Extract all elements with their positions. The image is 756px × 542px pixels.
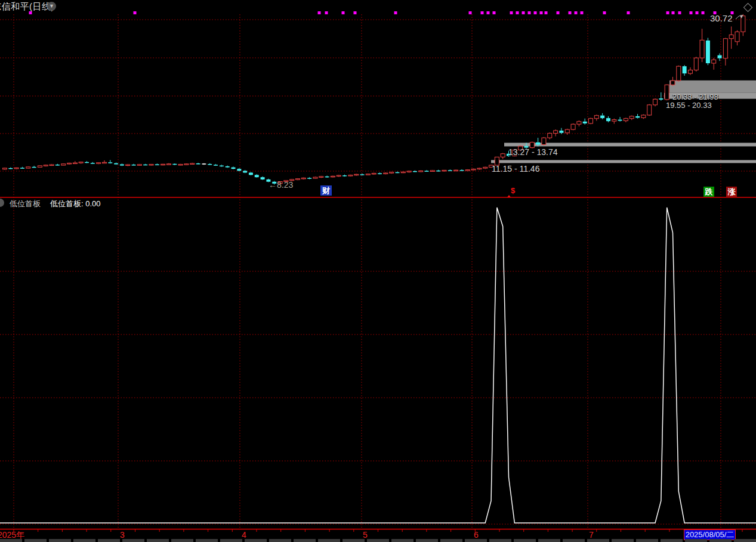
axis-label: 5 (363, 530, 368, 540)
scrollbar-segment[interactable] (538, 539, 560, 542)
scrollbar-segment[interactable] (587, 539, 609, 542)
scrollbar-segment[interactable] (342, 539, 365, 542)
scrollbar-segment[interactable] (98, 539, 120, 542)
rise-badge[interactable]: 涨 (726, 187, 737, 197)
candlestick-chart[interactable] (0, 0, 756, 542)
indicator-name: 低位首板 (10, 199, 41, 209)
scrollbar-segment[interactable] (24, 539, 47, 542)
lowest-price-label: ←8.23 (269, 180, 293, 190)
scrollbar-segment[interactable] (685, 539, 707, 542)
scrollbar-segment[interactable] (489, 539, 511, 542)
scrollbar-segment[interactable] (612, 539, 634, 542)
scrollbar-segment[interactable] (294, 539, 316, 542)
scrollbar-segment[interactable] (122, 539, 144, 542)
axis-label: 4 (242, 530, 246, 540)
scrollbar-segment[interactable] (661, 539, 683, 542)
scrollbar-segment[interactable] (734, 539, 756, 542)
gridlines (0, 14, 756, 528)
scrollbar-segment[interactable] (416, 539, 438, 542)
trading-app-window: 东信和平(日线) ▼ 20.33 - 21.98 19.55 - 20.33 1… (0, 0, 756, 542)
indicator-line (0, 207, 756, 523)
scrollbar-segment[interactable] (709, 539, 732, 542)
candles (3, 14, 745, 185)
chip-band-label: 19.55 - 20.33 (666, 101, 712, 110)
signal-dots (29, 11, 734, 14)
scrollbar-segment[interactable] (514, 539, 536, 542)
scrollbar-segment[interactable] (73, 539, 95, 542)
fall-badge[interactable]: 跌 (703, 187, 714, 197)
finance-news-badge[interactable]: 财 (320, 185, 332, 196)
dividend-marker[interactable]: $ (507, 186, 515, 195)
scrollbar-segment[interactable] (636, 539, 658, 542)
scrollbar-segment[interactable] (220, 539, 242, 542)
scrollbar-segment[interactable] (391, 539, 414, 542)
axis-label: 3 (120, 530, 125, 540)
scrollbar-segment[interactable] (318, 539, 340, 542)
scrollbar-segment[interactable] (269, 539, 291, 542)
stock-title: 东信和平(日线) (0, 1, 54, 13)
scrollbar-segment[interactable] (171, 539, 193, 542)
scrollbar-segment[interactable] (245, 539, 267, 542)
chevron-down-icon[interactable]: ▼ (47, 2, 56, 11)
axis-label: 7 (589, 530, 594, 540)
highest-price-label: 30.72 (710, 13, 733, 23)
scrollbar-segment[interactable] (367, 539, 389, 542)
bottom-scrollbar[interactable] (0, 539, 756, 542)
scrollbar-segment[interactable] (49, 539, 71, 542)
chip-band-label: 20.33 - 21.98 (672, 92, 718, 101)
axis-label: 6 (474, 530, 479, 540)
scrollbar-segment[interactable] (147, 539, 169, 542)
scrollbar-segment[interactable] (563, 539, 585, 542)
indicator-value: 低位首板: 0.00 (50, 199, 101, 209)
chip-band-label: 13.27 - 13.74 (508, 147, 558, 157)
scrollbar-segment[interactable] (440, 539, 462, 542)
chip-band-label: 11.15 - 11.46 (492, 164, 539, 174)
scrollbar-segment[interactable] (196, 539, 218, 542)
scrollbar-segment[interactable] (465, 539, 487, 542)
scrollbar-segment[interactable] (0, 539, 22, 542)
